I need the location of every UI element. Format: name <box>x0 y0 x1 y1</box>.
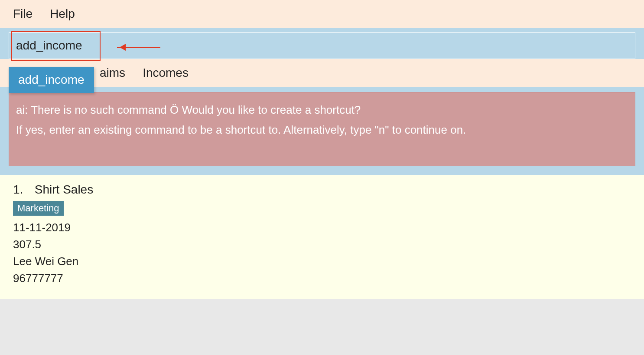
autocomplete-suggestion[interactable]: add_income <box>9 67 94 93</box>
result-index: 1. <box>13 183 31 197</box>
feedback-line2: If yes, enter an existing command to be … <box>16 120 628 140</box>
result-amount: 307.5 <box>13 236 631 253</box>
tab-claims[interactable]: aims <box>100 66 125 80</box>
command-wrap: add_income add_income <box>0 28 644 59</box>
feedback-wrap: ai: There is no such command Ö Would you… <box>0 87 644 175</box>
feedback-panel: ai: There is no such command Ö Would you… <box>9 92 635 166</box>
command-input-value: add_income <box>16 39 82 53</box>
app-window: File Help add_income add_income aims Inc… <box>0 0 644 299</box>
menubar: File Help <box>0 0 644 28</box>
menu-file[interactable]: File <box>13 7 33 21</box>
tab-incomes[interactable]: Incomes <box>143 66 189 80</box>
result-name: Shirt Sales <box>35 183 93 196</box>
menu-help[interactable]: Help <box>50 7 75 21</box>
result-phone: 96777777 <box>13 270 631 287</box>
command-area: add_income add_income aims Incomes ai: T… <box>0 28 644 175</box>
feedback-line1: ai: There is no such command Ö Would you… <box>16 100 628 120</box>
result-tag: Marketing <box>13 201 64 216</box>
result-date: 11-11-2019 <box>13 219 631 236</box>
command-input[interactable]: add_income <box>9 32 635 59</box>
result-card: 1. Shirt Sales Marketing 11-11-2019 307.… <box>0 175 644 299</box>
tabs-bar: aims Incomes <box>0 59 644 87</box>
result-title: 1. Shirt Sales <box>13 183 631 197</box>
result-person: Lee Wei Gen <box>13 253 631 270</box>
